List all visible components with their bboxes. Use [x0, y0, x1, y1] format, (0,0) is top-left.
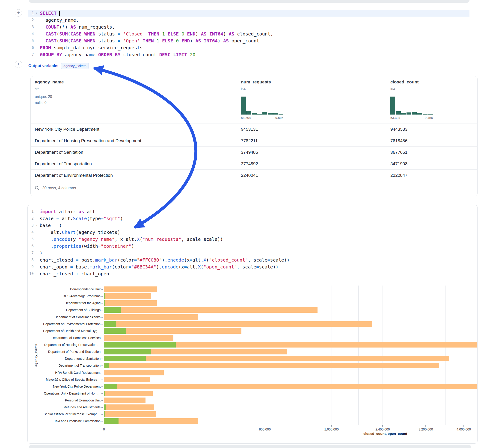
code-text: CAST(SUM(CASE WHEN status = 'Open' THEN …: [39, 37, 259, 44]
table-row[interactable]: Department of Sanitation37494853677651: [31, 146, 477, 158]
y-axis-label: Department of Health and Mental Hyg…: [32, 329, 101, 333]
table-row[interactable]: Department of Housing Preservation and D…: [31, 135, 477, 146]
column-type: str: [35, 87, 39, 91]
table-header: agency_namestrunique: 20nulls: 0num_requ…: [31, 76, 477, 124]
line-number: 2: [28, 215, 34, 222]
histogram-bar: [246, 111, 251, 115]
table-cell: Department of Transportation: [35, 158, 92, 169]
y-axis-tick: [101, 359, 103, 359]
output-variable-label: Output variable:: [28, 64, 58, 68]
code-text: chart_closed + chart_open: [39, 270, 109, 277]
y-axis-label: Personal Exemption Unit: [32, 398, 101, 402]
histogram-bar: [396, 111, 401, 115]
line-number: 8: [28, 256, 34, 263]
bar-open: [104, 349, 151, 355]
line-number: 6: [28, 243, 34, 249]
code-line[interactable]: 10chart_closed + chart_open: [28, 270, 477, 277]
code-text: chart_open = base.mark_bar(color="#8BC34…: [39, 263, 278, 270]
search-icon[interactable]: [35, 186, 39, 190]
y-axis-tick: [101, 421, 103, 422]
fold-spacer: [34, 17, 39, 24]
code-line[interactable]: 1import altair as alt: [28, 208, 477, 215]
fold-chevron-icon[interactable]: ∨: [34, 10, 39, 17]
code-line[interactable]: 7): [28, 249, 477, 256]
line-number: 3: [28, 222, 34, 229]
bar-closed: [104, 377, 150, 382]
code-line[interactable]: 5 .encode(y="agency_name", x=alt.X("num_…: [28, 236, 477, 243]
table-row[interactable]: Department of Environmental Protection22…: [31, 169, 477, 181]
y-axis-tick: [101, 407, 103, 408]
y-axis-label: Department of Transportation: [32, 363, 101, 367]
code-line[interactable]: 5 CAST(SUM(CASE WHEN status = 'Open' THE…: [28, 37, 470, 44]
table-column-header[interactable]: closed_counti6453,3049.4e6: [390, 76, 443, 124]
table-row[interactable]: Department of Transportation377489234719…: [31, 158, 477, 169]
code-line[interactable]: 6 .properties(width="container"): [28, 243, 477, 249]
y-axis-label: Refunds and Adjustments: [32, 405, 101, 409]
code-text: GROUP BY agency_name ORDER BY closed_cou…: [39, 51, 195, 58]
bar-closed: [104, 321, 372, 327]
bar-closed: [104, 307, 318, 313]
code-line[interactable]: 2 agency_name,: [28, 17, 470, 24]
table-cell: Department of Environmental Protection: [35, 170, 113, 181]
code-line[interactable]: 6FROM sample_data.nyc.service_requests: [28, 44, 470, 51]
bar-closed: [104, 404, 154, 410]
fold-spacer: [34, 24, 39, 31]
output-variable-chip[interactable]: agency_tickets: [61, 63, 88, 69]
table-column-header[interactable]: num_requestsi6453,3049.5e6: [241, 76, 294, 124]
code-line[interactable]: 8chart_closed = base.mark_bar(color="#FF…: [28, 256, 477, 263]
bar-open: [104, 300, 105, 306]
code-line[interactable]: 4 CAST(SUM(CASE WHEN status = 'Closed' T…: [28, 31, 470, 37]
code-line[interactable]: 1∨SELECT: [28, 10, 470, 17]
column-name: num_requests: [241, 80, 271, 85]
gridline: [383, 286, 383, 425]
next-cell-edge: [29, 445, 471, 448]
line-number: 5: [28, 236, 34, 243]
previous-cell-edge: [29, 0, 470, 3]
y-axis-label: Department of Sanitation: [32, 356, 101, 361]
histogram-min: 53,304: [241, 116, 251, 120]
code-line[interactable]: 2scale = alt.Scale(type="sqrt"): [28, 215, 477, 222]
gridline: [218, 286, 218, 425]
y-axis-label: Senior Citizen Rent Increase Exempti…: [32, 412, 101, 416]
fold-chevron-icon[interactable]: ∨: [34, 222, 39, 229]
column-name: agency_name: [35, 80, 64, 85]
code-line[interactable]: 9chart_open = base.mark_bar(color="#8BC3…: [28, 263, 477, 270]
python-editor[interactable]: 1import altair as alt2scale = alt.Scale(…: [28, 208, 477, 277]
histogram-bar: [390, 97, 395, 115]
y-axis-label: New York City Police Department: [32, 384, 101, 389]
code-line[interactable]: 4 alt.Chart(agency_tickets): [28, 229, 477, 236]
code-text: agency_name,: [39, 17, 79, 24]
add-cell-button[interactable]: +: [15, 9, 22, 17]
table-column-header[interactable]: agency_namestrunique: 20nulls: 0: [35, 76, 88, 124]
output-variable-row: Output variable: agency_tickets: [28, 63, 89, 69]
y-axis-label: Mayorâ€ s Office of Special Enforce…: [32, 378, 101, 382]
y-axis-tick: [101, 393, 103, 394]
x-axis-tick-label: 2,400,000: [366, 428, 399, 431]
column-stat: unique: 20: [35, 95, 52, 99]
code-text: .properties(width="container"): [39, 243, 134, 249]
add-cell-button[interactable]: +: [15, 61, 22, 68]
bar-open: [104, 384, 117, 389]
code-text: alt.Chart(agency_tickets): [39, 229, 120, 236]
fold-spacer: [34, 37, 39, 44]
fold-spacer: [34, 256, 39, 263]
bar-closed: [104, 314, 198, 320]
table-row[interactable]: New York City Police Department945313194…: [31, 124, 477, 135]
bar-closed: [104, 398, 145, 403]
table-footer: 20 rows, 4 columns: [31, 180, 477, 196]
y-axis-tick: [101, 414, 103, 415]
gridline: [405, 286, 405, 425]
y-axis-title: agency_name: [34, 332, 38, 378]
code-line[interactable]: 3 COUNT(*) AS num_requests,: [28, 24, 470, 31]
bar-open: [104, 363, 109, 368]
y-axis-label: Department of Consumer Affairs: [32, 315, 101, 319]
code-line[interactable]: 7GROUP BY agency_name ORDER BY closed_co…: [28, 51, 470, 58]
line-number: 1: [28, 10, 34, 17]
gridline: [445, 286, 446, 425]
code-line[interactable]: 3∨base = (: [28, 222, 477, 229]
line-number: 10: [28, 270, 34, 277]
y-axis-label: Taxi and Limousine Commission: [32, 419, 101, 423]
sql-editor-cell[interactable]: 1∨SELECT 2 agency_name,3 COUNT(*) AS num…: [28, 10, 470, 58]
bar-open: [104, 404, 106, 410]
x-axis-tick: [425, 425, 426, 427]
